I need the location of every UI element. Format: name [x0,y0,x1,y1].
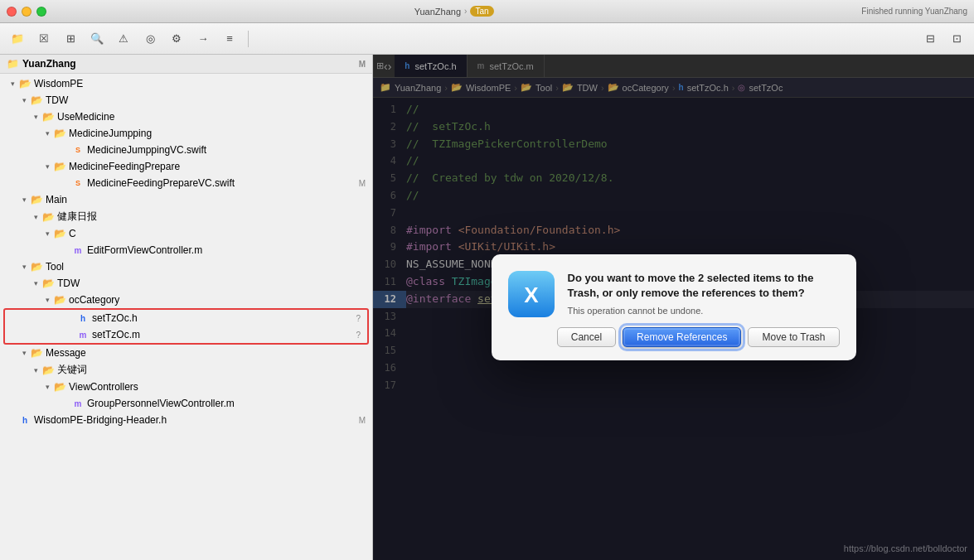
folder-icon-keywords: 📂 [41,364,55,377]
disclosure-usemedicine [30,113,41,121]
disclosure-occategory [41,296,53,304]
close-button[interactable] [7,7,17,17]
svg-text:X: X [524,282,539,307]
folder-icon-c: 📂 [53,227,66,240]
tree-item-tdw2[interactable]: 📂 TDW [0,275,372,292]
move-to-trash-button[interactable]: Move to Trash [748,327,839,347]
tree-item-c[interactable]: 📂 C [0,225,372,242]
swift-icon-fp: S [71,176,85,190]
sidebar-m-badge: M [359,60,366,69]
tree-item-keywords[interactable]: 📂 关键词 [0,361,372,379]
diff-icon[interactable]: ◎ [139,30,161,48]
cancel-button[interactable]: Cancel [557,327,616,347]
folder-icon-tdw: 📂 [30,94,43,107]
disclosure-medicinejmping [41,129,53,138]
tree-item-medicinejmping[interactable]: 📂 MedicineJumpping [0,125,372,142]
disclosure-tdw2 [30,279,41,287]
watermark: https://blog.csdn.net/bolldoctor [844,543,967,553]
folder-icon-healthdiary: 📂 [41,210,55,224]
tree-item-tool[interactable]: 📂 Tool [0,258,372,275]
folder-icon-viewcontrollers: 📂 [53,380,66,393]
stop-icon[interactable]: ☒ [33,30,55,48]
tree-item-healthdiary[interactable]: 📂 健康日报 [0,208,372,225]
tree-item-message[interactable]: 📂 Message [0,345,372,361]
sidebar-header: 📁 YuanZhang M [0,55,372,74]
dialog-content: X Do you want to move the 2 selected ite… [508,271,840,317]
disclosure-medicinefp [41,162,53,171]
disclosure-c [41,229,53,238]
remove-references-button[interactable]: Remove References [623,327,741,347]
folder-icon-medicinefp: 📂 [53,160,66,173]
sidebar: 📁 YuanZhang M 📂 WisdomPE 📂 TDW [0,55,373,560]
layout-icon[interactable]: ⊞ [60,30,81,48]
tree-item-tdw[interactable]: 📂 TDW [0,92,372,109]
m-icon-groupvc: m [71,397,85,410]
tree-item-medicinejmping-vc[interactable]: S MedicineJumppingVC.swift [0,142,372,158]
editor-area: ⊞ ‹ › h setTzOc.h m setTzOc.m 📁 YuanZhan… [373,55,974,560]
disclosure-wisdompe [7,80,18,88]
tree-item-bridging[interactable]: h WisdomPE-Bridging-Header.h M [0,412,372,428]
dialog-buttons: Cancel Remove References Move to Trash [508,327,840,347]
main-layout: 📁 YuanZhang M 📂 WisdomPE 📂 TDW [0,55,974,560]
file-tree: 📂 WisdomPE 📂 TDW 📂 UseMedicine [0,74,372,430]
tree-item-viewcontrollers[interactable]: 📂 ViewControllers [0,379,372,395]
dialog-icon: X [508,271,555,317]
h-icon-bridging: h [18,413,31,427]
m-icon-settzoc: m [76,328,90,341]
folder-icon-tool: 📂 [30,260,43,273]
hide-icon[interactable]: ⊡ [946,30,967,48]
disclosure-tdw [18,96,30,104]
title-center: YuanZhang › Tan [51,6,856,17]
h-icon-settzoc: h [76,311,90,325]
remove-references-button-wrapper: Remove References [623,327,741,347]
disclosure-healthdiary [30,213,41,221]
tree-item-settzoc-h[interactable]: h setTzOc.h ? [5,310,367,326]
disclosure-keywords [30,366,41,374]
dialog-overlay: X Do you want to move the 2 selected ite… [373,55,974,560]
disclosure-viewcontrollers [41,383,53,391]
folder-icon-message: 📂 [30,346,43,360]
disclosure-message [18,349,30,357]
dialog-text: Do you want to move the 2 selected items… [568,271,840,317]
folder-icon-medicinejmping: 📂 [53,127,66,140]
target-badge: Tan [470,6,493,17]
search-toolbar-icon[interactable]: 🔍 [86,30,108,48]
dialog-subtitle: This operation cannot be undone. [568,306,840,316]
tree-item-medicinefp-vc[interactable]: S MedicineFeedingPrepareVC.swift M [0,175,372,191]
folder-icon-wisdompe: 📂 [18,77,31,90]
dialog: X Do you want to move the 2 selected ite… [492,254,856,360]
title-bar: YuanZhang › Tan Finished running YuanZha… [0,0,974,23]
toolbar: 📁 ☒ ⊞ 🔍 ⚠ ◎ ⚙ → ≡ ⊟ ⊡ [0,23,974,55]
selected-files-box: h setTzOc.h ? m setTzOc.m ? [3,308,369,345]
disclosure-tool [18,263,30,271]
folder-icon[interactable]: 📁 [7,30,28,48]
sidebar-root-label: YuanZhang [22,58,76,70]
tree-item-editform[interactable]: m EditFormViewController.m [0,242,372,258]
tree-item-usemedicine[interactable]: 📂 UseMedicine [0,109,372,125]
warning-icon[interactable]: ⚠ [113,30,134,48]
project-name: YuanZhang [414,7,461,17]
inspector-icon[interactable]: ⊟ [919,30,941,48]
tree-item-occategory[interactable]: 📂 ocCategory [0,292,372,308]
disclosure-main [18,196,30,204]
folder-icon-occategory: 📂 [53,293,66,307]
tree-item-settzoc-m[interactable]: m setTzOc.m ? [5,326,367,343]
folder-icon-tdw2: 📂 [41,277,55,290]
tree-item-medicinefp[interactable]: 📂 MedicineFeedingPrepare [0,158,372,175]
settings-icon[interactable]: ⚙ [166,30,187,48]
tree-item-main[interactable]: 📂 Main [0,191,372,208]
tree-item-groupvc[interactable]: m GroupPersonnelViewController.m [0,395,372,412]
status-text: Finished running YuanZhang [861,7,967,16]
minimize-button[interactable] [22,7,31,17]
tree-item-wisdompe[interactable]: 📂 WisdomPE [0,75,372,92]
folder-icon-usemedicine: 📂 [41,110,55,123]
arrow-icon[interactable]: → [192,30,214,48]
m-icon-editform: m [71,244,85,257]
bookmark-icon[interactable]: ≡ [219,30,240,48]
maximize-button[interactable] [36,7,46,17]
swift-icon: S [71,143,85,157]
folder-icon-main: 📂 [30,193,43,206]
dialog-title: Do you want to move the 2 selected items… [568,271,840,301]
